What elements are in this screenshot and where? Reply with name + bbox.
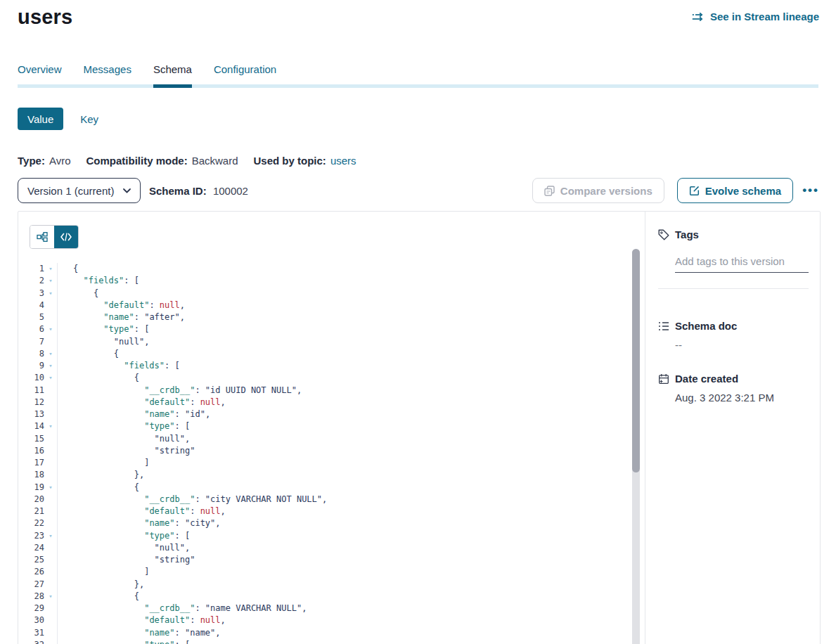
fold-spacer xyxy=(44,385,58,397)
line-number: 19 xyxy=(18,482,44,494)
fold-arrow-icon[interactable]: ▾ xyxy=(44,348,58,360)
compatibility-value: Backward xyxy=(192,155,238,167)
fold-arrow-icon[interactable]: ▾ xyxy=(44,420,58,432)
schema-id-label: Schema ID: xyxy=(149,185,207,197)
more-options-button[interactable]: ••• xyxy=(802,183,819,198)
fold-arrow-icon[interactable]: ▾ xyxy=(44,639,58,644)
fold-arrow-icon[interactable]: ▾ xyxy=(44,323,58,335)
line-number: 1 xyxy=(18,263,44,275)
line-number: 12 xyxy=(18,397,44,408)
code-line-text: "name": "name", xyxy=(58,627,221,639)
compare-versions-icon xyxy=(544,186,555,196)
type-value: Avro xyxy=(49,155,71,167)
line-number: 10 xyxy=(18,372,44,384)
date-created-heading: Date created xyxy=(658,373,809,385)
calendar-add-icon xyxy=(658,373,669,385)
fold-spacer xyxy=(44,505,58,517)
fold-spacer xyxy=(44,397,58,408)
code-line-text: "__crdb__": "name VARCHAR NULL", xyxy=(58,603,307,614)
fold-arrow-icon[interactable]: ▾ xyxy=(44,360,58,372)
value-toggle-button[interactable]: Value xyxy=(18,108,63,130)
date-created-label: Date created xyxy=(675,373,738,385)
code-line: 29 "__crdb__": "name VARCHAR NULL", xyxy=(18,603,645,614)
stream-lineage-icon xyxy=(692,13,705,21)
line-number: 9 xyxy=(18,360,44,372)
line-number: 23 xyxy=(18,530,44,542)
line-number: 16 xyxy=(18,445,44,457)
edit-icon xyxy=(689,186,700,196)
fold-spacer xyxy=(44,433,58,445)
fold-arrow-icon[interactable]: ▾ xyxy=(44,482,58,494)
code-line-text: { xyxy=(58,372,139,384)
value-key-toggle: Value Key xyxy=(18,108,98,130)
line-number: 7 xyxy=(18,336,44,348)
fold-spacer xyxy=(44,494,58,505)
code-view-button[interactable] xyxy=(54,226,78,248)
fold-arrow-icon[interactable]: ▾ xyxy=(44,372,58,384)
editor-view-toggle xyxy=(30,225,79,249)
stream-lineage-link[interactable]: See in Stream lineage xyxy=(692,11,819,22)
line-number: 20 xyxy=(18,494,44,505)
code-line: 1▾{ xyxy=(18,263,645,275)
code-line-text: "null", xyxy=(58,336,149,348)
code-line: 14▾ "type": [ xyxy=(18,420,645,432)
tab-overview[interactable]: Overview xyxy=(18,63,62,84)
compare-versions-label: Compare versions xyxy=(560,185,652,197)
code-line: 31 "name": "name", xyxy=(18,627,645,639)
tree-view-button[interactable] xyxy=(30,226,54,248)
code-lines: 1▾{2▾ "fields": [3▾ {4 "default": null,5… xyxy=(18,263,645,644)
add-tags-input[interactable] xyxy=(675,255,809,273)
tab-messages[interactable]: Messages xyxy=(84,63,131,84)
line-number: 6 xyxy=(18,323,44,335)
code-line-text: "type": [ xyxy=(58,420,190,432)
code-line: 5 "name": "after", xyxy=(18,311,645,323)
fold-spacer xyxy=(44,517,58,529)
tab-configuration[interactable]: Configuration xyxy=(214,63,276,84)
version-select[interactable]: Version 1 (current) xyxy=(18,178,141,203)
evolve-schema-button[interactable]: Evolve schema xyxy=(677,178,793,203)
compare-versions-button[interactable]: Compare versions xyxy=(532,178,664,203)
code-line-text: { xyxy=(58,348,119,360)
code-line: 15 "null", xyxy=(18,433,645,445)
line-number: 8 xyxy=(18,348,44,360)
code-line: 8▾ { xyxy=(18,348,645,360)
code-line-text: "default": null, xyxy=(58,505,226,517)
code-line: 9▾ "fields": [ xyxy=(18,360,645,372)
code-line-text: }, xyxy=(58,469,144,481)
line-number: 2 xyxy=(18,275,44,287)
version-controls: Version 1 (current) Schema ID: 100002 Co… xyxy=(18,178,819,203)
code-line-text: "name": "city", xyxy=(58,517,221,529)
fold-spacer xyxy=(44,627,58,639)
code-line-text: "fields": [ xyxy=(58,360,180,372)
fold-spacer xyxy=(44,614,58,626)
fold-arrow-icon[interactable]: ▾ xyxy=(44,288,58,300)
code-line-text: "__crdb__": "city VARCHAR NOT NULL", xyxy=(58,494,327,505)
line-number: 26 xyxy=(18,566,44,578)
tab-bar: Overview Messages Schema Configuration xyxy=(18,63,818,88)
code-line: 30 "default": null, xyxy=(18,614,645,626)
code-editor[interactable]: 1▾{2▾ "fields": [3▾ {4 "default": null,5… xyxy=(18,212,645,644)
code-line: 3▾ { xyxy=(18,288,645,300)
fold-arrow-icon[interactable]: ▾ xyxy=(44,591,58,603)
fold-arrow-icon[interactable]: ▾ xyxy=(44,263,58,275)
code-line: 27 }, xyxy=(18,579,645,591)
fold-arrow-icon[interactable]: ▾ xyxy=(44,275,58,287)
line-number: 31 xyxy=(18,627,44,639)
line-number: 30 xyxy=(18,614,44,626)
line-number: 24 xyxy=(18,542,44,554)
schema-doc-icon xyxy=(658,321,669,331)
code-line-text: "null", xyxy=(58,433,190,445)
fold-spacer xyxy=(44,579,58,591)
code-line: 24 "null", xyxy=(18,542,645,554)
fold-spacer xyxy=(44,554,58,566)
editor-scrollbar-thumb[interactable] xyxy=(632,249,640,472)
key-toggle-button[interactable]: Key xyxy=(80,113,98,125)
fold-spacer xyxy=(44,469,58,481)
fold-arrow-icon[interactable]: ▾ xyxy=(44,530,58,542)
page-title: users xyxy=(18,6,72,29)
topic-link[interactable]: users xyxy=(330,155,356,167)
sidebar-divider xyxy=(658,288,809,289)
tag-icon xyxy=(658,229,669,240)
code-line-text: ] xyxy=(58,566,149,578)
tab-schema[interactable]: Schema xyxy=(153,63,192,84)
